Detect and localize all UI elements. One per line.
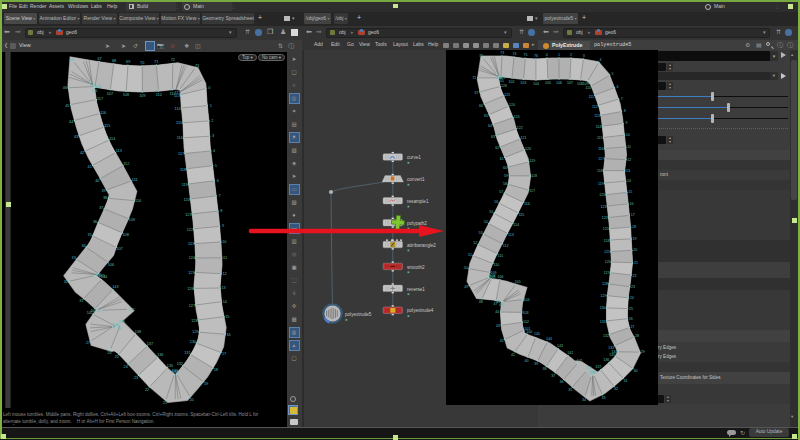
svg-text:105: 105 bbox=[545, 81, 551, 85]
svg-text:35: 35 bbox=[88, 233, 92, 237]
svg-text:126: 126 bbox=[187, 287, 193, 291]
svg-text:126: 126 bbox=[501, 83, 507, 87]
svg-text:52: 52 bbox=[473, 241, 477, 245]
svg-text:118: 118 bbox=[597, 168, 603, 172]
svg-text:122: 122 bbox=[602, 216, 608, 220]
svg-text:8: 8 bbox=[220, 209, 222, 213]
svg-text:2: 2 bbox=[211, 119, 213, 123]
svg-text:121: 121 bbox=[520, 136, 526, 140]
svg-text:44: 44 bbox=[69, 120, 73, 124]
svg-text:11: 11 bbox=[627, 145, 631, 149]
svg-text:110: 110 bbox=[585, 86, 591, 90]
svg-text:3: 3 bbox=[212, 134, 214, 138]
svg-text:58: 58 bbox=[503, 181, 507, 185]
svg-text:13: 13 bbox=[221, 286, 225, 290]
svg-text:polyextrude5: polyextrude5 bbox=[345, 312, 372, 317]
svg-text:112: 112 bbox=[123, 162, 129, 166]
svg-text:139: 139 bbox=[119, 320, 125, 324]
svg-text:39: 39 bbox=[101, 189, 105, 193]
svg-text:21: 21 bbox=[163, 401, 167, 405]
svg-text:48: 48 bbox=[479, 299, 483, 303]
svg-text:123: 123 bbox=[514, 114, 520, 118]
svg-text:110: 110 bbox=[156, 93, 162, 97]
svg-text:5: 5 bbox=[215, 164, 217, 168]
svg-text:16: 16 bbox=[630, 201, 634, 205]
svg-text:120: 120 bbox=[183, 198, 189, 202]
svg-text:132: 132 bbox=[177, 362, 183, 366]
svg-text:119: 119 bbox=[598, 181, 604, 185]
svg-text:108: 108 bbox=[122, 233, 128, 237]
svg-text:65: 65 bbox=[484, 114, 488, 118]
svg-text:110: 110 bbox=[493, 263, 499, 267]
svg-text:7: 7 bbox=[219, 194, 221, 198]
svg-text:145: 145 bbox=[534, 332, 540, 336]
svg-text:75: 75 bbox=[524, 53, 528, 57]
svg-text:39: 39 bbox=[534, 362, 538, 366]
svg-text:120: 120 bbox=[525, 146, 531, 150]
svg-text:124: 124 bbox=[189, 256, 195, 260]
svg-text:31: 31 bbox=[79, 299, 83, 303]
svg-text:108: 108 bbox=[123, 93, 129, 97]
svg-text:57: 57 bbox=[499, 190, 503, 194]
svg-text:137: 137 bbox=[147, 342, 153, 346]
svg-text:113: 113 bbox=[594, 114, 600, 118]
svg-text:142: 142 bbox=[567, 351, 573, 355]
svg-text:126: 126 bbox=[605, 260, 611, 264]
svg-text:23: 23 bbox=[631, 285, 635, 289]
svg-text:112: 112 bbox=[503, 243, 509, 247]
svg-text:1: 1 bbox=[558, 52, 560, 56]
svg-text:110: 110 bbox=[135, 199, 141, 203]
svg-text:5: 5 bbox=[612, 72, 614, 76]
svg-text:14: 14 bbox=[627, 179, 631, 183]
svg-text:19: 19 bbox=[633, 236, 637, 240]
svg-text:46: 46 bbox=[63, 86, 67, 90]
svg-text:138: 138 bbox=[135, 330, 141, 334]
svg-text:36: 36 bbox=[93, 220, 97, 224]
svg-text:0: 0 bbox=[546, 53, 548, 57]
svg-text:30: 30 bbox=[91, 309, 95, 313]
svg-text:124: 124 bbox=[603, 238, 609, 242]
svg-text:127: 127 bbox=[189, 304, 195, 308]
svg-text:curve1: curve1 bbox=[407, 155, 421, 160]
svg-text:54: 54 bbox=[484, 220, 488, 224]
svg-text:108: 108 bbox=[490, 274, 496, 278]
svg-text:26: 26 bbox=[107, 351, 111, 355]
svg-text:76: 76 bbox=[534, 53, 538, 57]
svg-text:116: 116 bbox=[100, 111, 106, 115]
svg-text:34: 34 bbox=[582, 397, 586, 401]
svg-text:114: 114 bbox=[596, 124, 602, 128]
svg-text:0: 0 bbox=[208, 86, 210, 90]
svg-text:125: 125 bbox=[188, 271, 194, 275]
svg-text:103: 103 bbox=[522, 310, 528, 314]
svg-text:135: 135 bbox=[167, 364, 173, 368]
svg-text:118: 118 bbox=[531, 174, 537, 178]
svg-text:106: 106 bbox=[91, 89, 97, 93]
svg-text:23: 23 bbox=[134, 376, 138, 380]
svg-text:45: 45 bbox=[65, 104, 69, 108]
svg-text:18: 18 bbox=[632, 225, 636, 229]
svg-text:105: 105 bbox=[98, 274, 104, 278]
svg-text:121: 121 bbox=[185, 213, 191, 217]
svg-text:130: 130 bbox=[600, 306, 606, 310]
svg-text:37: 37 bbox=[551, 373, 555, 377]
svg-text:12: 12 bbox=[627, 158, 631, 162]
svg-text:133: 133 bbox=[608, 345, 614, 349]
svg-text:109: 109 bbox=[139, 94, 145, 98]
svg-text:28: 28 bbox=[635, 334, 639, 338]
svg-text:2: 2 bbox=[570, 53, 572, 57]
svg-text:24: 24 bbox=[124, 365, 128, 369]
svg-text:131: 131 bbox=[600, 319, 606, 323]
svg-text:70: 70 bbox=[140, 61, 144, 65]
svg-text:115: 115 bbox=[519, 212, 525, 216]
svg-text:10: 10 bbox=[222, 240, 226, 244]
svg-text:117: 117 bbox=[97, 97, 103, 101]
svg-text:114: 114 bbox=[109, 137, 115, 141]
svg-text:123: 123 bbox=[603, 227, 609, 231]
svg-text:38: 38 bbox=[103, 196, 107, 200]
svg-text:128: 128 bbox=[191, 319, 197, 323]
svg-text:smooth2: smooth2 bbox=[407, 265, 425, 270]
svg-text:119: 119 bbox=[182, 183, 188, 187]
svg-text:40: 40 bbox=[525, 358, 529, 362]
svg-text:101: 101 bbox=[524, 327, 530, 331]
svg-text:37: 37 bbox=[99, 206, 103, 210]
